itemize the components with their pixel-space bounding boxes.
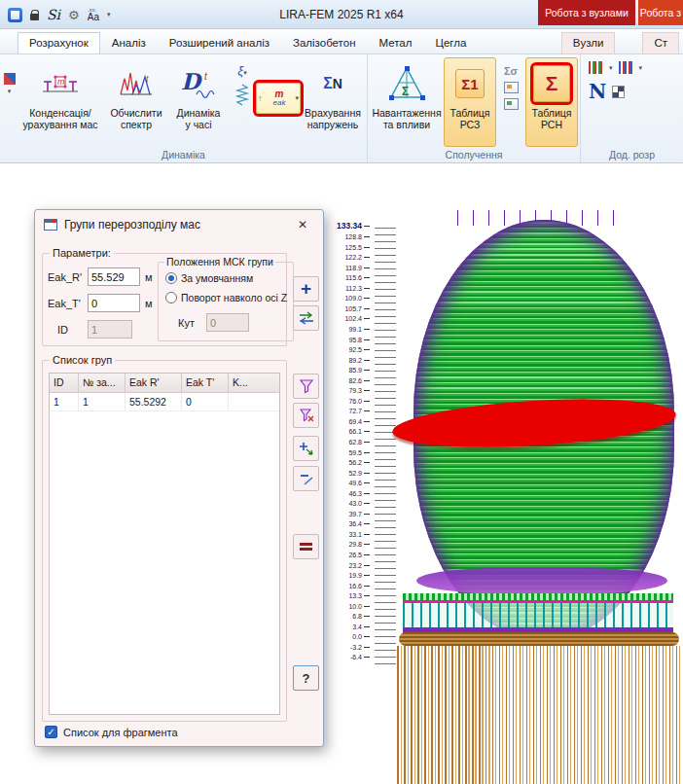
elevation-tick: 72.7 <box>329 408 370 414</box>
dialog-titlebar[interactable]: Групи перерозподілу мас ✕ <box>35 210 323 239</box>
tab-6[interactable]: Цегла <box>423 32 478 53</box>
help-button[interactable]: ? <box>293 665 319 691</box>
elevation-tick: 3.4 <box>329 624 370 630</box>
chevron-down-icon[interactable]: ▾ <box>295 94 299 102</box>
eak-r-field-row: Eak_R' м <box>48 267 153 286</box>
context-header-2: Робота з <box>638 0 683 25</box>
elevation-tick: 19.9 <box>329 572 370 579</box>
msk-position-groupbox: Положення МСК групи За умовчанням Поворо… <box>158 262 294 341</box>
id-input <box>88 320 132 339</box>
piles-field <box>397 646 681 784</box>
elevation-tick: 105.7 <box>329 305 370 312</box>
cut-button[interactable]: ▾ <box>2 57 17 95</box>
table-body: 1155.52920 <box>50 393 279 411</box>
ribbon-group-dynamics: ▾ m Конденсація/ урахування мас <box>0 54 368 162</box>
elevation-tick: -6.4 <box>329 654 370 660</box>
spring-icon[interactable] <box>234 84 250 111</box>
rsz-table-button[interactable]: Σ1 Таблиця РСЗ <box>444 57 496 147</box>
mass-condensation-icon: m <box>41 60 80 107</box>
bars-button[interactable] <box>293 534 319 559</box>
loads-triangle-icon: Σ <box>385 60 428 107</box>
tab-8[interactable]: Ст <box>642 32 679 53</box>
radio-default[interactable]: За умовчанням <box>165 272 253 284</box>
group-name-combinations: Сполучення <box>368 149 580 160</box>
elevation-tick: 133.34 <box>329 222 370 231</box>
checkbox-checked-icon[interactable]: ✓ <box>45 726 57 738</box>
column-header[interactable]: Eak T' <box>182 374 229 392</box>
eak-t-input[interactable] <box>88 294 140 312</box>
chevron-down-icon: ▾ <box>8 88 12 95</box>
svg-text:D: D <box>181 68 203 94</box>
sigma-sigma-icon[interactable]: Σσ <box>504 65 518 77</box>
elevation-tick: 26.5 <box>329 552 370 558</box>
table-row[interactable]: 1155.52920 <box>50 393 279 411</box>
elevation-tick: 89.2 <box>329 357 370 364</box>
chevron-down-icon: ▾ <box>639 64 643 72</box>
mass-eak-button[interactable]: ↑ m eak ▾ <box>256 83 301 114</box>
red-bars-icon <box>300 543 312 551</box>
column-header[interactable]: ID <box>50 374 79 392</box>
context-header-nodes: Робота з вузлами <box>538 0 635 25</box>
elevation-tick: 85.9 <box>329 367 370 374</box>
elevation-tick: 79.3 <box>329 387 370 394</box>
stress-account-button[interactable]: ΣN Врахування напружень <box>301 57 365 147</box>
clear-filter-button[interactable] <box>293 403 319 428</box>
funnel-clear-icon <box>299 408 314 423</box>
swap-arrows-icon <box>298 311 315 325</box>
tab-4[interactable]: Залізобетон <box>281 32 368 53</box>
elevation-tick: 10.0 <box>329 603 370 610</box>
tab-5[interactable]: Метал <box>368 32 424 53</box>
plan-grid-icon[interactable] <box>504 82 519 93</box>
loads-impacts-button[interactable]: Σ Навантаження та впливи <box>370 57 444 147</box>
podium-structure <box>403 593 673 634</box>
mass-redistribution-groups-dialog: Групи перерозподілу мас ✕ Параметри: Eak… <box>34 209 324 747</box>
elevation-tick: 56.2 <box>329 459 370 466</box>
fragment-checkbox-row[interactable]: ✓ Список для фрагмента <box>45 726 178 738</box>
elevation-tick: 69.4 <box>329 418 370 425</box>
purple-band <box>416 568 667 593</box>
plan-grid2-icon[interactable] <box>504 98 519 110</box>
tab-2[interactable]: Аналіз <box>100 32 158 53</box>
dialog-icon <box>44 219 57 231</box>
eak-glyph: eak <box>273 99 286 107</box>
n-letter-icon[interactable]: N <box>589 80 606 103</box>
checker-icon[interactable] <box>612 86 625 98</box>
group-name-additional: Дод. розр <box>581 149 683 160</box>
add-group-button[interactable]: + <box>293 276 319 302</box>
bars-red-green-icon[interactable] <box>589 61 603 74</box>
ribbon-tab-row: РозрахунокАналізРозширений аналізЗалізоб… <box>0 29 683 54</box>
bars-blue-red-icon[interactable] <box>619 61 633 74</box>
radio-rotate-z[interactable]: Поворот навколо осі Z <box>165 292 287 303</box>
tab-3[interactable]: Розширений аналіз <box>158 32 281 53</box>
column-header[interactable]: K... <box>229 374 279 392</box>
chevron-down-icon: ▾ <box>243 69 247 76</box>
svg-text:t: t <box>204 71 208 82</box>
add-row-button[interactable] <box>293 436 319 461</box>
elevation-tick: -3.2 <box>329 644 370 651</box>
spectrum-icon: t <box>119 60 154 107</box>
column-header[interactable]: № за... <box>79 374 126 392</box>
eak-t-label: Eak_T' <box>48 298 83 309</box>
dynamics-small-buttons: ξ▾ <box>229 57 256 111</box>
svg-text:Σ: Σ <box>402 85 409 98</box>
elevation-tick: 62.8 <box>329 439 370 445</box>
rsn-table-button[interactable]: Σ Таблиця РСН <box>525 57 578 147</box>
compute-spectrum-button[interactable]: t Обчислити спектр <box>104 57 168 147</box>
filter-button[interactable] <box>293 374 319 399</box>
remove-row-button[interactable] <box>293 466 319 491</box>
elevation-tick: 29.8 <box>329 541 370 548</box>
time-dynamics-button[interactable]: D t Динаміка у часі <box>168 57 229 147</box>
eak-r-label: Eak_R' <box>48 271 83 283</box>
swap-arrows-button[interactable] <box>293 305 319 331</box>
groups-table[interactable]: ID№ за...Eak R'Eak T'K... 1155.52920 <box>49 373 280 715</box>
elevation-tick: 46.3 <box>329 490 370 497</box>
mass-condensation-button[interactable]: m Конденсація/ урахування мас <box>17 57 104 147</box>
column-header[interactable]: Eak R' <box>126 374 182 392</box>
eak-t-field-row: Eak_T' м <box>48 294 153 312</box>
xi-button[interactable]: ξ▾ <box>237 63 246 78</box>
tab-7[interactable]: Вузли <box>561 32 616 53</box>
tab-1[interactable]: Розрахунок <box>18 32 100 53</box>
elevation-tick: 59.5 <box>329 449 370 456</box>
eak-r-input[interactable] <box>88 267 140 286</box>
close-icon[interactable]: ✕ <box>288 214 317 235</box>
